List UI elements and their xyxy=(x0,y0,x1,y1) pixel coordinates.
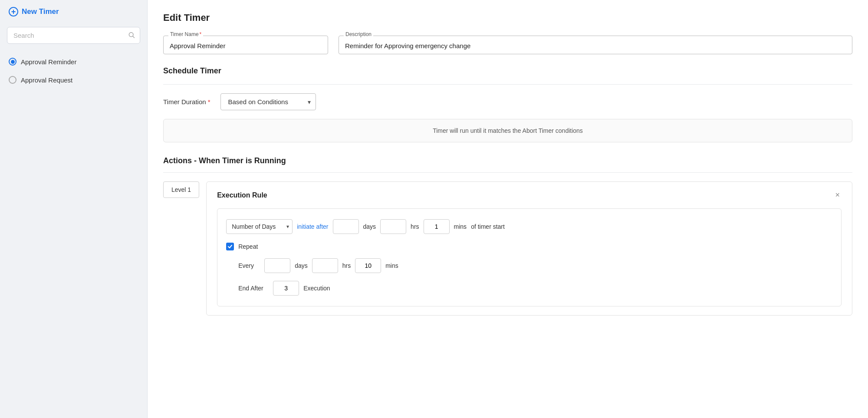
duration-select[interactable]: Based on Conditions Fixed Duration xyxy=(220,93,316,110)
page-title: Edit Timer xyxy=(163,12,852,23)
every-hrs-label: hrs xyxy=(342,262,351,269)
initiate-row: Number of Days Number of Hours ▾ initiat… xyxy=(226,219,832,234)
every-row: Every days hrs mins xyxy=(226,258,832,273)
svg-line-1 xyxy=(133,36,135,38)
actions-title: Actions - When Timer is Running xyxy=(163,156,852,165)
sidebar-item-approval-request[interactable]: Approval Request xyxy=(0,71,147,89)
mins-label: mins xyxy=(454,223,467,230)
every-mins-input[interactable] xyxy=(355,258,381,273)
search-input[interactable] xyxy=(7,27,140,44)
execution-rule-title: Execution Rule xyxy=(217,191,267,199)
timer-duration-label: Timer Duration * xyxy=(163,98,210,105)
new-timer-label: New Timer xyxy=(22,7,59,16)
repeat-row: Repeat xyxy=(226,243,832,250)
search-icon xyxy=(128,31,135,39)
sidebar: + New Timer Approval Reminder Approval R… xyxy=(0,0,148,418)
of-timer-start-text: of timer start xyxy=(471,223,505,230)
execution-area: Level 1 Execution Rule × Number of Days … xyxy=(163,181,852,316)
hrs-label: hrs xyxy=(411,223,419,230)
every-mins-label: mins xyxy=(385,262,398,269)
hrs-input[interactable] xyxy=(380,219,406,234)
initiate-after-text: initiate after xyxy=(297,223,328,230)
main-content: Edit Timer Timer Name* Description Sched… xyxy=(148,0,868,418)
execution-text: Execution xyxy=(303,285,330,292)
every-hrs-input[interactable] xyxy=(312,258,338,273)
description-label: Description xyxy=(344,31,373,37)
timer-duration-row: Timer Duration * Based on Conditions Fix… xyxy=(163,93,852,110)
end-after-label: End After xyxy=(238,285,269,292)
sidebar-list: Approval Reminder Approval Request xyxy=(0,51,147,91)
end-after-row: End After Execution xyxy=(226,281,832,296)
end-after-input[interactable] xyxy=(273,281,299,296)
every-days-input[interactable] xyxy=(264,258,290,273)
execution-rule-header: Execution Rule × xyxy=(217,191,842,200)
timer-name-group: Timer Name* xyxy=(163,36,328,54)
schedule-timer-title: Schedule Timer xyxy=(163,66,852,76)
section-divider-1 xyxy=(163,84,852,85)
new-timer-button[interactable]: + New Timer xyxy=(0,0,147,23)
section-divider-2 xyxy=(163,172,852,173)
close-button[interactable]: × xyxy=(833,191,842,200)
search-box xyxy=(7,27,140,44)
repeat-label: Repeat xyxy=(238,243,258,250)
sidebar-item-label: Approval Request xyxy=(21,76,72,84)
duration-select-wrapper: Based on Conditions Fixed Duration ▾ xyxy=(220,93,316,110)
sidebar-item-approval-reminder[interactable]: Approval Reminder xyxy=(0,53,147,71)
timer-name-desc-row: Timer Name* Description xyxy=(163,36,852,54)
timer-name-label: Timer Name* xyxy=(168,31,203,37)
description-input[interactable] xyxy=(339,36,852,54)
info-box: Timer will run until it matches the Abor… xyxy=(163,119,852,142)
days-label: days xyxy=(363,223,376,230)
repeat-checkbox[interactable] xyxy=(226,243,234,250)
level-1-button[interactable]: Level 1 xyxy=(163,181,199,198)
description-group: Description xyxy=(339,36,852,54)
number-of-days-select-wrapper: Number of Days Number of Hours ▾ xyxy=(226,219,293,234)
sidebar-item-label: Approval Reminder xyxy=(21,58,76,66)
execution-rule-box: Execution Rule × Number of Days Number o… xyxy=(206,181,852,316)
every-days-label: days xyxy=(295,262,308,269)
radio-inactive-icon xyxy=(9,76,16,84)
timer-name-input[interactable] xyxy=(163,36,328,54)
plus-icon: + xyxy=(9,7,18,16)
days-input[interactable] xyxy=(333,219,359,234)
rule-inner-box: Number of Days Number of Hours ▾ initiat… xyxy=(217,208,842,306)
number-of-days-select[interactable]: Number of Days Number of Hours xyxy=(226,219,293,234)
mins-input[interactable] xyxy=(424,219,450,234)
every-label: Every xyxy=(238,262,260,269)
info-box-text: Timer will run until it matches the Abor… xyxy=(433,127,583,134)
radio-active-icon xyxy=(9,58,16,66)
